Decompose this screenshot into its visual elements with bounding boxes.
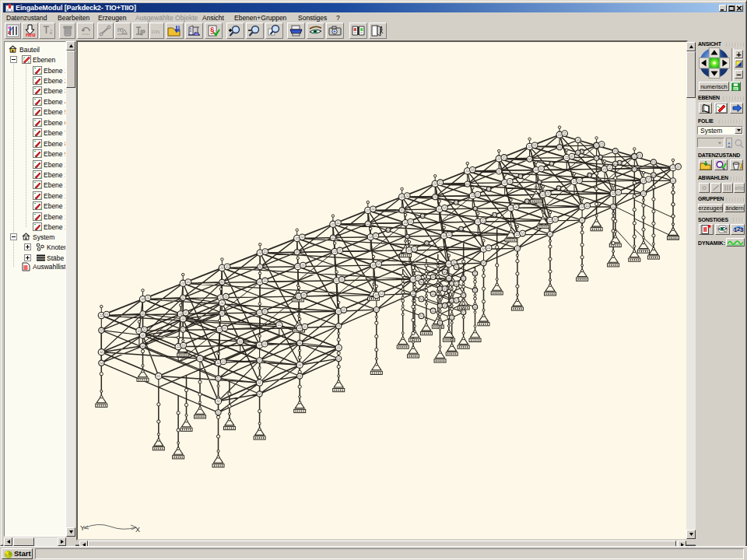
svg-text:3: 3 [740, 226, 744, 233]
svg-text:Y: Y [80, 524, 85, 532]
svg-text:DIN: DIN [152, 29, 160, 34]
svg-text:neu: neu [26, 32, 35, 37]
svg-text:X: X [135, 526, 140, 534]
